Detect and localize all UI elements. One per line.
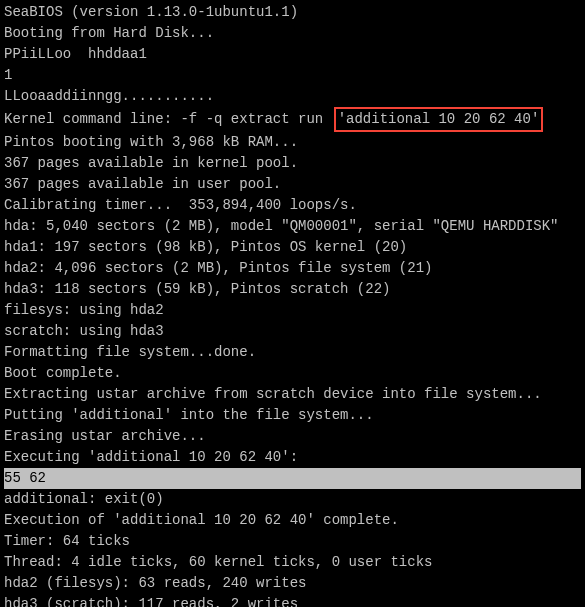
terminal-line: 1 — [4, 65, 581, 86]
terminal-line: hda2: 4,096 sectors (2 MB), Pintos file … — [4, 258, 581, 279]
terminal-line: LLooaaddiinngg........... — [4, 86, 581, 107]
program-output-highlight: 55 62 — [4, 468, 581, 489]
terminal-line: filesys: using hda2 — [4, 300, 581, 321]
kernel-args-highlight: 'additional 10 20 62 40' — [334, 107, 544, 132]
terminal-line: 367 pages available in user pool. — [4, 174, 581, 195]
terminal-line: 367 pages available in kernel pool. — [4, 153, 581, 174]
terminal-line: Executing 'additional 10 20 62 40': — [4, 447, 581, 468]
terminal-line: hda: 5,040 sectors (2 MB), model "QM0000… — [4, 216, 581, 237]
terminal-line: hda2 (filesys): 63 reads, 240 writes — [4, 573, 581, 594]
terminal-line: hda3 (scratch): 117 reads, 2 writes — [4, 594, 581, 607]
terminal-line: Pintos booting with 3,968 kB RAM... — [4, 132, 581, 153]
terminal-line: hda3: 118 sectors (59 kB), Pintos scratc… — [4, 279, 581, 300]
kernel-command-line: Kernel command line: -f -q extract run '… — [4, 107, 581, 132]
terminal-line: PPiiLLoo hhddaa1 — [4, 44, 581, 65]
terminal-line: Erasing ustar archive... — [4, 426, 581, 447]
terminal-line: hda1: 197 sectors (98 kB), Pintos OS ker… — [4, 237, 581, 258]
terminal-line: Timer: 64 ticks — [4, 531, 581, 552]
terminal-line: Extracting ustar archive from scratch de… — [4, 384, 581, 405]
terminal-line: Thread: 4 idle ticks, 60 kernel ticks, 0… — [4, 552, 581, 573]
kernel-prefix: Kernel command line: -f -q extract run — [4, 109, 332, 130]
terminal-line: additional: exit(0) — [4, 489, 581, 510]
terminal-line: Boot complete. — [4, 363, 581, 384]
terminal-line: Formatting file system...done. — [4, 342, 581, 363]
terminal-line: SeaBIOS (version 1.13.0-1ubuntu1.1) — [4, 2, 581, 23]
terminal-line: Booting from Hard Disk... — [4, 23, 581, 44]
terminal-line: scratch: using hda3 — [4, 321, 581, 342]
terminal-line: Calibrating timer... 353,894,400 loops/s… — [4, 195, 581, 216]
terminal-line: Putting 'additional' into the file syste… — [4, 405, 581, 426]
terminal-line: Execution of 'additional 10 20 62 40' co… — [4, 510, 581, 531]
